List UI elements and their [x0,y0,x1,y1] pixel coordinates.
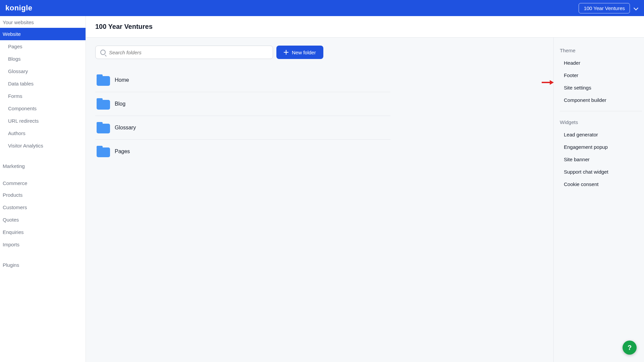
sidebar-item-label: Blogs [8,56,21,62]
sidebar-item-label: Visitor Analytics [8,143,43,148]
sidebar-section-commerce: Commerce [0,177,86,189]
folder-list: Home Blog Glossary Pages [95,68,390,163]
help-fab[interactable]: ? [623,341,637,355]
right-panel-item-cookie-consent[interactable]: Cookie consent [560,178,642,190]
sidebar-item-authors[interactable]: Authors [0,127,86,139]
sidebar-item-products[interactable]: Products [0,189,86,201]
sidebar-item-plugins[interactable]: Plugins [0,259,86,271]
sidebar-item-label: Website [3,31,21,37]
sidebar-item-customers[interactable]: Customers [0,201,86,214]
search-wrap[interactable] [95,46,273,59]
sidebar-item-label: Pages [8,44,22,49]
divider [560,111,642,111]
sidebar-item-label: Enquiries [3,229,24,235]
sidebar-item-enquiries[interactable]: Enquiries [0,226,86,238]
sidebar-item-label: URL redirects [8,118,39,124]
folder-name: Pages [115,148,130,155]
sidebar-section-your-websites: Your websites [0,16,86,28]
main: 100 Year Ventures New folder [86,16,644,362]
sidebar-item-data-tables[interactable]: Data tables [0,77,86,90]
sidebar-item-quotes[interactable]: Quotes [0,214,86,226]
sidebar-item-glossary[interactable]: Glossary [0,65,86,77]
folder-row[interactable]: Glossary [95,116,390,140]
folder-row[interactable]: Blog [95,92,390,116]
content-col: New folder Home Blog Glossary [86,38,553,362]
workspace-selector[interactable]: 100 Year Ventures [579,3,630,13]
right-panel-item-label: Lead generator [564,132,598,137]
right-panel: Theme Header Footer Site settings Compon… [553,38,644,362]
plus-icon [284,50,288,55]
search-icon [100,50,106,55]
right-panel-item-label: Support chat widget [564,169,608,175]
chevron-down-icon[interactable] [633,5,639,11]
sidebar-item-label: Customers [3,204,27,210]
folder-name: Glossary [115,125,136,131]
sidebar-item-label: Glossary [8,68,28,74]
right-panel-item-site-banner[interactable]: Site banner [560,153,642,166]
sidebar: Your websites Website Pages Blogs Glossa… [0,16,86,362]
sidebar-item-label: Data tables [8,81,34,86]
new-folder-label: New folder [292,50,316,55]
right-panel-item-label: Site settings [564,85,591,90]
right-panel-item-footer[interactable]: Footer [560,69,642,81]
brand-name: konigle [5,4,33,12]
right-panel-item-label: Engagement popup [564,144,608,150]
right-panel-item-label: Cookie consent [564,181,598,187]
sidebar-item-imports[interactable]: Imports [0,238,86,251]
folder-name: Home [115,77,129,83]
folder-icon [97,146,110,157]
toolbar: New folder [95,46,544,59]
sidebar-item-visitor-analytics[interactable]: Visitor Analytics [0,139,86,152]
folder-row[interactable]: Pages [95,140,390,163]
sidebar-item-url-redirects[interactable]: URL redirects [0,115,86,127]
folder-row[interactable]: Home [95,68,390,92]
right-panel-item-label: Site banner [564,157,590,162]
right-panel-heading-theme: Theme [560,46,642,57]
right-panel-item-site-settings[interactable]: Site settings [560,81,642,94]
sidebar-item-marketing[interactable]: Marketing [0,160,86,172]
new-folder-button[interactable]: New folder [276,46,323,59]
sidebar-item-website[interactable]: Website [0,28,86,40]
brand-logo[interactable]: konigle [5,4,33,12]
page-title: 100 Year Ventures [86,16,644,38]
folder-name: Blog [115,101,125,107]
folder-icon [97,98,110,110]
folder-icon [97,74,110,86]
search-input[interactable] [109,50,268,55]
workspace-label: 100 Year Ventures [584,5,625,11]
sidebar-item-forms[interactable]: Forms [0,90,86,102]
right-panel-item-label: Component builder [564,97,606,103]
sidebar-item-components[interactable]: Components [0,102,86,115]
right-panel-heading-widgets: Widgets [560,117,642,128]
right-panel-item-lead-generator[interactable]: Lead generator [560,128,642,141]
sidebar-item-label: Authors [8,130,25,136]
right-panel-item-engagement-popup[interactable]: Engagement popup [560,141,642,153]
sidebar-item-blogs[interactable]: Blogs [0,53,86,65]
sidebar-item-label: Forms [8,93,22,99]
sidebar-item-label: Components [8,106,37,111]
sidebar-item-label: Imports [3,242,19,247]
sidebar-item-label: Quotes [3,217,19,223]
topbar-right: 100 Year Ventures [579,3,639,13]
sidebar-item-label: Plugins [3,262,19,268]
help-icon: ? [628,344,632,352]
right-panel-item-label: Footer [564,72,578,78]
sidebar-item-label: Products [3,192,22,198]
right-panel-item-label: Header [564,60,580,66]
folder-icon [97,122,110,133]
right-panel-item-header[interactable]: Header [560,57,642,69]
topbar: konigle 100 Year Ventures [0,0,644,16]
right-panel-item-support-chat-widget[interactable]: Support chat widget [560,166,642,178]
sidebar-item-pages[interactable]: Pages [0,40,86,53]
sidebar-item-label: Marketing [3,163,25,169]
right-panel-item-component-builder[interactable]: Component builder [560,94,642,106]
